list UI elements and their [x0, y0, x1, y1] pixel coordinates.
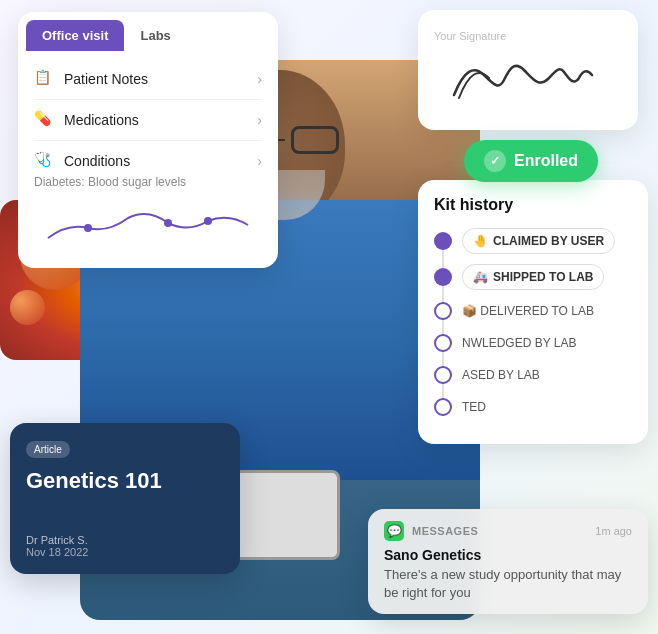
kit-history-title: Kit history	[434, 196, 632, 214]
acknowledged-label: NWLEDGED BY LAB	[462, 332, 576, 354]
timeline-dot-2	[434, 268, 452, 286]
app-info: 💬 MESSAGES	[384, 521, 478, 541]
conditions-label: Conditions	[64, 153, 130, 169]
completed-label: TED	[462, 396, 486, 418]
timeline-dot-4	[434, 334, 452, 352]
article-date: Nov 18 2022	[26, 546, 224, 558]
shipped-badge: 🚑 SHIPPED TO LAB	[462, 264, 604, 290]
patient-notes-label: Patient Notes	[64, 71, 148, 87]
app-name: MESSAGES	[412, 525, 478, 537]
patient-notes-row[interactable]: 📋 Patient Notes ›	[18, 59, 278, 99]
delivered-label: 📦 DELIVERED TO LAB	[462, 300, 594, 322]
conditions-row[interactable]: 🩺 Conditions ›	[34, 151, 262, 175]
kit-row-acknowledged: NWLEDGED BY LAB	[434, 332, 632, 354]
kit-row-shipped: 🚑 SHIPPED TO LAB	[434, 264, 632, 290]
message-sender: Sano Genetics	[384, 547, 632, 563]
released-label: ASED BY LAB	[462, 364, 540, 386]
message-header: 💬 MESSAGES 1m ago	[384, 521, 632, 541]
article-author: Dr Patrick S.	[26, 534, 224, 546]
chevron-right-icon-2: ›	[257, 112, 262, 128]
timeline-dot-1	[434, 232, 452, 250]
delivered-emoji: 📦	[462, 304, 477, 318]
enrolled-badge: ✓ Enrolled	[464, 140, 598, 182]
message-notification[interactable]: 💬 MESSAGES 1m ago Sano Genetics There's …	[368, 509, 648, 614]
svg-point-1	[164, 219, 172, 227]
medications-icon: 💊	[34, 110, 54, 130]
kit-timeline: 🤚 CLAIMED BY USER 🚑 SHIPPED TO LAB 📦 DEL…	[434, 228, 632, 418]
shipped-label: SHIPPED TO LAB	[493, 270, 593, 284]
kit-row-completed: TED	[434, 396, 632, 418]
medications-row[interactable]: 💊 Medications ›	[18, 100, 278, 140]
kit-row-delivered: 📦 DELIVERED TO LAB	[434, 300, 632, 322]
tab-labs[interactable]: Labs	[124, 20, 186, 51]
article-tag: Article	[26, 441, 70, 458]
article-title: Genetics 101	[26, 468, 224, 494]
patient-notes-icon: 📋	[34, 69, 54, 89]
message-time: 1m ago	[595, 525, 632, 537]
svg-point-0	[84, 224, 92, 232]
message-preview: There's a new study opportunity that may…	[384, 566, 632, 602]
kit-row-released: ASED BY LAB	[434, 364, 632, 386]
tab-office-visit[interactable]: Office visit	[26, 20, 124, 51]
kit-history-card: Kit history 🤚 CLAIMED BY USER 🚑 SHIPPED …	[418, 180, 648, 444]
conditions-section: 🩺 Conditions › Diabetes: Blood sugar lev…	[18, 141, 278, 195]
signature-card: Your Signature	[418, 10, 638, 130]
shipped-emoji: 🚑	[473, 270, 488, 284]
conditions-icon: 🩺	[34, 151, 54, 171]
chevron-right-icon: ›	[257, 71, 262, 87]
medications-label: Medications	[64, 112, 139, 128]
enrolled-label: Enrolled	[514, 152, 578, 170]
svg-point-2	[204, 217, 212, 225]
checkmark-icon: ✓	[484, 150, 506, 172]
medical-tabs: Office visit Labs	[18, 12, 278, 51]
claimed-badge: 🤚 CLAIMED BY USER	[462, 228, 615, 254]
timeline-dot-6	[434, 398, 452, 416]
signature-label: Your Signature	[434, 30, 506, 42]
medical-record-card: Office visit Labs 📋 Patient Notes › 💊 Me…	[18, 12, 278, 268]
kit-row-claimed: 🤚 CLAIMED BY USER	[434, 228, 632, 254]
timeline-dot-5	[434, 366, 452, 384]
signature-drawing	[434, 50, 622, 110]
conditions-subtitle: Diabetes: Blood sugar levels	[34, 175, 262, 189]
article-card[interactable]: Article Genetics 101 Dr Patrick S. Nov 1…	[10, 423, 240, 574]
blood-sugar-chart	[34, 203, 262, 252]
chevron-right-icon-3: ›	[257, 153, 262, 169]
messages-app-icon: 💬	[384, 521, 404, 541]
claimed-label: CLAIMED BY USER	[493, 234, 604, 248]
claimed-emoji: 🤚	[473, 234, 488, 248]
timeline-dot-3	[434, 302, 452, 320]
